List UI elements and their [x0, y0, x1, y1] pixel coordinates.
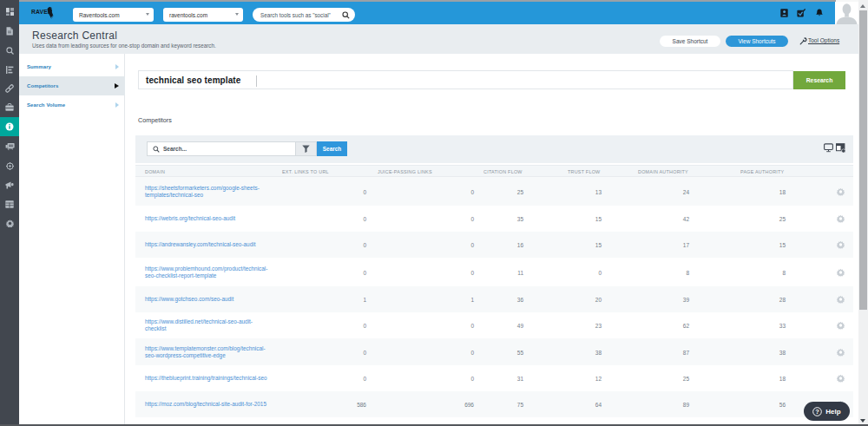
svg-text:?: ? [816, 407, 820, 415]
